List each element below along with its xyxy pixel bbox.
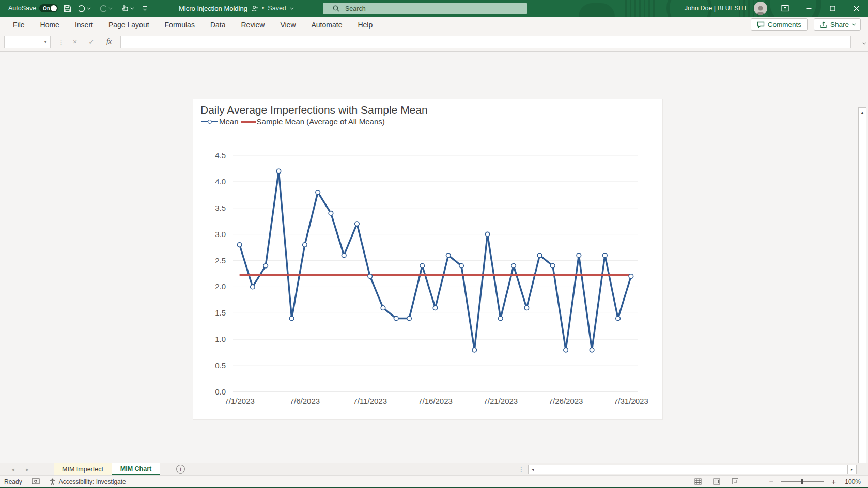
legend-item-sample-mean[interactable]: Sample Mean (Average of All Means) (241, 117, 385, 126)
chart-data-point[interactable] (394, 316, 398, 321)
chart-data-point[interactable] (485, 232, 490, 237)
tab-insert[interactable]: Insert (67, 17, 101, 33)
normal-view-button[interactable] (692, 476, 704, 487)
chart-data-point[interactable] (289, 316, 294, 321)
chart-data-point[interactable] (329, 211, 333, 216)
new-sheet-button[interactable]: + (176, 465, 185, 474)
chart-data-point[interactable] (368, 274, 373, 279)
chevron-down-icon (852, 22, 856, 26)
chart-y-tick-label: 1.0 (215, 335, 226, 343)
chart-data-point[interactable] (316, 190, 320, 195)
chart-data-point[interactable] (264, 263, 268, 268)
redo-button[interactable] (99, 0, 107, 17)
chart-data-point[interactable] (420, 263, 425, 268)
zoom-slider-handle[interactable] (801, 479, 803, 484)
chart-data-point[interactable] (407, 316, 412, 321)
chart-data-point[interactable] (355, 222, 360, 226)
chart-data-point[interactable] (303, 243, 307, 247)
sheet-tab-mim-imperfect[interactable]: MIM Imperfect (54, 463, 112, 475)
chart-data-point[interactable] (276, 169, 281, 174)
chart-data-point[interactable] (342, 253, 346, 258)
autosave-toggle[interactable]: On (39, 4, 58, 12)
user-name[interactable]: John Doe | BLUESITE (685, 5, 749, 12)
chart-data-point[interactable] (629, 274, 633, 279)
chart-data-point[interactable] (577, 253, 581, 258)
horizontal-scrollbar[interactable]: ◂ ▸ (528, 465, 857, 474)
chart-data-point[interactable] (472, 348, 477, 352)
redo-dropdown[interactable] (109, 0, 111, 17)
close-button[interactable] (844, 0, 868, 17)
tab-page-layout[interactable]: Page Layout (101, 17, 157, 33)
name-box-dropdown-icon[interactable]: ▾ (41, 39, 50, 44)
maximize-button[interactable] (820, 0, 844, 17)
chart-legend[interactable]: Mean Sample Mean (Average of All Means) (201, 117, 388, 126)
legend-item-mean[interactable]: Mean (201, 117, 239, 126)
tab-file[interactable]: File (5, 17, 33, 33)
touch-mode-dropdown[interactable] (130, 0, 133, 17)
vertical-scrollbar[interactable]: ▲ ▼ (858, 107, 866, 488)
tab-help[interactable]: Help (350, 17, 380, 33)
name-box[interactable]: ▾ (4, 36, 51, 48)
sheet-nav-right-icon[interactable]: ▸ (21, 463, 34, 476)
chart-data-point[interactable] (537, 253, 542, 258)
chart-data-point[interactable] (251, 285, 255, 289)
tab-view[interactable]: View (272, 17, 303, 33)
chart-data-point[interactable] (603, 253, 608, 258)
scroll-up-icon[interactable]: ▲ (859, 108, 866, 117)
touch-mouse-mode-button[interactable] (121, 0, 129, 17)
sheet-nav-left-icon[interactable]: ◂ (6, 463, 20, 476)
chart-sheet-canvas[interactable]: Daily Average Imperfections with Sample … (0, 52, 868, 463)
enter-button[interactable]: ✓ (85, 36, 98, 48)
search-icon (333, 5, 339, 12)
tab-review[interactable]: Review (234, 17, 273, 33)
chart-data-point[interactable] (512, 263, 516, 268)
insert-function-button[interactable]: fx (102, 36, 116, 48)
tab-formulas[interactable]: Formulas (157, 17, 203, 33)
undo-button[interactable] (78, 0, 86, 17)
chart-data-point[interactable] (590, 348, 594, 352)
formula-input[interactable] (120, 36, 851, 48)
ribbon-display-options-button[interactable] (773, 0, 797, 17)
chart-data-point[interactable] (459, 263, 464, 268)
page-layout-view-button[interactable] (711, 476, 722, 487)
zoom-out-button[interactable]: − (769, 477, 773, 486)
chart-title[interactable]: Daily Average Imperfections with Sample … (200, 104, 428, 116)
chart-plot[interactable]: 0.00.51.01.52.02.53.03.54.04.57/1/20237/… (193, 99, 662, 419)
document-title-area[interactable]: Micro Injection Molding • Saved (179, 0, 292, 17)
saved-separator: • (262, 5, 264, 12)
tab-home[interactable]: Home (33, 17, 67, 33)
avatar[interactable] (754, 2, 767, 15)
tab-automate[interactable]: Automate (304, 17, 350, 33)
cancel-button[interactable]: × (68, 36, 82, 48)
zoom-level[interactable]: 100% (843, 478, 861, 485)
chart-data-point[interactable] (381, 306, 385, 310)
chart-data-point[interactable] (446, 253, 451, 258)
chart-data-point[interactable] (498, 316, 503, 321)
save-button[interactable] (63, 0, 72, 17)
tab-data[interactable]: Data (203, 17, 234, 33)
chart-data-point[interactable] (524, 306, 529, 310)
undo-dropdown[interactable] (87, 0, 89, 17)
chart-data-point[interactable] (551, 263, 555, 268)
legend-sample-mean-label: Sample Mean (Average of All Means) (257, 117, 385, 126)
zoom-slider[interactable] (781, 476, 824, 487)
scroll-left-icon[interactable]: ◂ (529, 465, 537, 474)
display-settings-button[interactable] (32, 478, 40, 485)
sheet-tab-mim-chart[interactable]: MIM Chart (112, 463, 160, 475)
chart-data-point[interactable] (433, 306, 438, 310)
minimize-button[interactable] (797, 0, 820, 17)
chart-data-point[interactable] (616, 316, 621, 321)
redo-icon (99, 4, 107, 12)
scroll-right-icon[interactable]: ▸ (847, 465, 856, 474)
search-input[interactable]: Search (323, 3, 527, 14)
customize-quick-access-toolbar[interactable] (143, 0, 147, 17)
chart-area[interactable]: Daily Average Imperfections with Sample … (193, 99, 663, 420)
zoom-in-button[interactable]: + (831, 477, 836, 486)
chart-data-point[interactable] (564, 348, 568, 352)
accessibility-checker[interactable]: Accessibility: Investigate (49, 478, 126, 485)
expand-formula-bar-button[interactable] (862, 38, 865, 47)
share-button[interactable]: Share (814, 18, 861, 31)
chart-data-point[interactable] (237, 243, 242, 247)
comments-button[interactable]: Comments (751, 18, 808, 31)
page-break-preview-button[interactable] (730, 476, 741, 487)
